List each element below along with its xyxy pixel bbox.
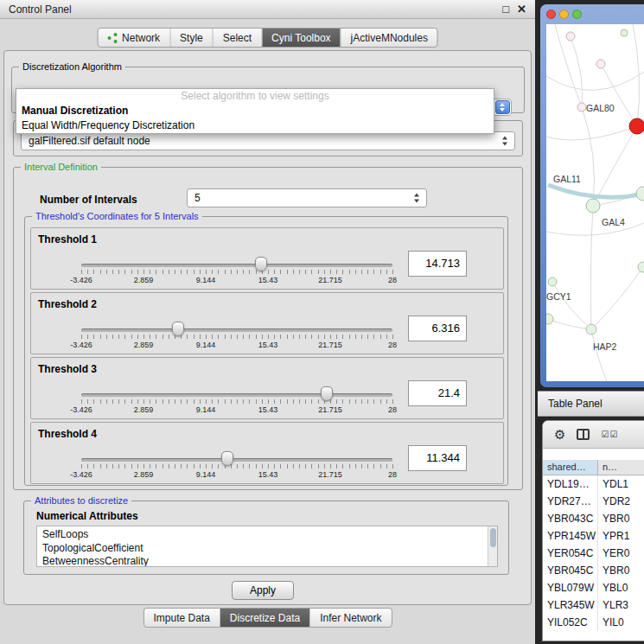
- apply-button[interactable]: Apply: [232, 581, 294, 600]
- slider-thumb[interactable]: [172, 322, 184, 336]
- tab-label: Style: [180, 32, 203, 44]
- dropdown-option[interactable]: Manual Discretization: [16, 104, 494, 118]
- tick-label: 21.715: [318, 276, 342, 284]
- network-node-red[interactable]: [629, 118, 644, 134]
- network-node-green[interactable]: [621, 29, 628, 36]
- table-row[interactable]: YLR345WYLR3: [543, 596, 644, 614]
- zoom-window-icon[interactable]: [572, 10, 582, 19]
- slider-track[interactable]: [81, 458, 392, 462]
- table-row[interactable]: YDR27…YDR2: [543, 493, 644, 510]
- network-node-green[interactable]: [546, 314, 553, 324]
- cell-shared-name: YBL079W: [543, 579, 598, 596]
- combo-stepper-icon[interactable]: [495, 100, 510, 114]
- tab-cyni-toolbox[interactable]: Cyni Toolbox: [262, 29, 341, 47]
- slider-track[interactable]: [81, 328, 392, 332]
- network-node-pink[interactable]: [596, 60, 605, 68]
- slider-thumb[interactable]: [321, 386, 333, 401]
- cell-name: YBR0: [598, 562, 644, 579]
- table-panel-titlebar: Table Panel: [538, 391, 644, 417]
- tick-label: 2.859: [134, 341, 154, 349]
- threshold-value-field[interactable]: 14.713: [408, 251, 467, 277]
- close-window-icon[interactable]: [546, 10, 556, 19]
- table-toolbar: ⚙ ☑☑: [543, 421, 644, 449]
- cell-name: YDL1: [598, 475, 644, 493]
- table-row[interactable]: YPR145WYPR1: [543, 527, 644, 545]
- list-item[interactable]: TopologicalCoefficient: [37, 542, 497, 556]
- cell-shared-name: YBR043C: [543, 510, 598, 527]
- tab-style[interactable]: Style: [170, 29, 214, 47]
- slider-track[interactable]: [81, 393, 392, 397]
- number-of-intervals-value: 5: [194, 192, 201, 204]
- close-panel-icon[interactable]: ✕: [517, 3, 526, 15]
- slider-thumb[interactable]: [221, 451, 233, 466]
- network-node-green[interactable]: [586, 199, 600, 213]
- threshold-value-field[interactable]: 6.316: [408, 316, 467, 341]
- threshold-value-field[interactable]: 11.344: [408, 445, 467, 471]
- table-row[interactable]: YBR045CYBR0: [543, 562, 644, 579]
- tab-label: Select: [223, 32, 252, 44]
- panel-title: Control Panel: [9, 3, 72, 16]
- network-edge: [546, 72, 644, 90]
- list-scrollbar[interactable]: [488, 526, 497, 566]
- tab-jactivemnodules[interactable]: jActiveMNodules: [341, 29, 437, 47]
- threshold-label: Threshold 3: [38, 363, 97, 375]
- network-edge: [546, 126, 637, 140]
- cell-shared-name: YLR345W: [543, 596, 598, 614]
- gear-icon[interactable]: ⚙: [554, 428, 565, 441]
- network-node-green[interactable]: [548, 277, 557, 286]
- float-window-icon[interactable]: □: [502, 3, 509, 15]
- cell-shared-name: YBR045C: [543, 562, 598, 579]
- tab-discretize-data[interactable]: Discretize Data: [220, 609, 310, 627]
- tab-network[interactable]: Network: [98, 29, 170, 47]
- list-item[interactable]: SelfLoops: [37, 528, 497, 542]
- number-of-intervals-combobox[interactable]: 5: [187, 188, 427, 207]
- network-canvas[interactable]: GAL80GAL11GAL4GCY1HAP2: [546, 24, 644, 381]
- network-node-pink[interactable]: [566, 32, 575, 41]
- network-edge: [548, 319, 591, 329]
- column-header-shared-name[interactable]: shared…: [543, 460, 598, 475]
- tick-label: 9.144: [196, 405, 216, 414]
- tick-label: 21.715: [318, 341, 342, 349]
- node-label: GAL11: [553, 174, 581, 184]
- table-row[interactable]: YBR043CYBR0: [543, 510, 644, 527]
- tab-label: jActiveMNodules: [351, 32, 428, 44]
- network-node-pink[interactable]: [577, 103, 586, 112]
- bottom-tabbar: Impute DataDiscretize DataInfer Network: [143, 608, 392, 628]
- tick-label: 15.43: [258, 341, 278, 349]
- cell-shared-name: YPR145W: [543, 527, 598, 545]
- network-canvas-container[interactable]: GAL80GAL11GAL4GCY1HAP2: [546, 24, 644, 381]
- threshold-value-field[interactable]: 21.4: [408, 380, 467, 406]
- list-item[interactable]: BetweennessCentrality: [37, 555, 497, 567]
- network-edge: [548, 185, 644, 197]
- table-data-combobox[interactable]: galFiltered.sif default node: [21, 131, 515, 150]
- select-columns-icon[interactable]: ☑☑: [601, 430, 618, 439]
- dropdown-option[interactable]: Equal Width/Frequency Discretization: [16, 118, 494, 133]
- column-header-name[interactable]: n…: [598, 460, 644, 475]
- threshold-label: Threshold 4: [38, 428, 97, 440]
- tick-label: 15.43: [258, 405, 278, 414]
- algorithm-group: Discretization Algorithm Select algorith…: [11, 67, 525, 113]
- tab-impute-data[interactable]: Impute Data: [143, 609, 220, 627]
- tab-infer-network[interactable]: Infer Network: [310, 609, 391, 627]
- table-row[interactable]: YIL052CYIL0: [543, 614, 644, 631]
- table-row[interactable]: YBL079WYBL0: [543, 579, 644, 596]
- network-edge: [571, 36, 583, 107]
- table-data-selected-value: galFiltered.sif default node: [29, 135, 150, 147]
- threshold-panel: Threshold 4-3.4262.8599.14415.4321.71528…: [30, 422, 504, 484]
- tab-select[interactable]: Select: [214, 29, 262, 47]
- network-node-green[interactable]: [638, 262, 644, 272]
- columns-icon[interactable]: [577, 429, 590, 440]
- scrollbar-thumb[interactable]: [490, 528, 496, 547]
- tick-label: -3.426: [70, 276, 92, 284]
- network-node-green[interactable]: [636, 187, 644, 201]
- algorithm-dropdown-list: Select algorithm to view settingsManual …: [16, 88, 494, 134]
- slider-thumb[interactable]: [255, 257, 267, 271]
- attributes-list[interactable]: SelfLoopsTopologicalCoefficientBetweenne…: [36, 526, 498, 567]
- minimize-window-icon[interactable]: [559, 10, 569, 19]
- network-window-titlebar[interactable]: [540, 4, 644, 24]
- table-row[interactable]: YER054CYER0: [543, 545, 644, 562]
- cell-shared-name: YDR27…: [543, 493, 598, 510]
- table-row[interactable]: YDL19…YDL1: [543, 475, 644, 493]
- network-node-green[interactable]: [586, 324, 596, 335]
- slider-track[interactable]: [81, 264, 392, 267]
